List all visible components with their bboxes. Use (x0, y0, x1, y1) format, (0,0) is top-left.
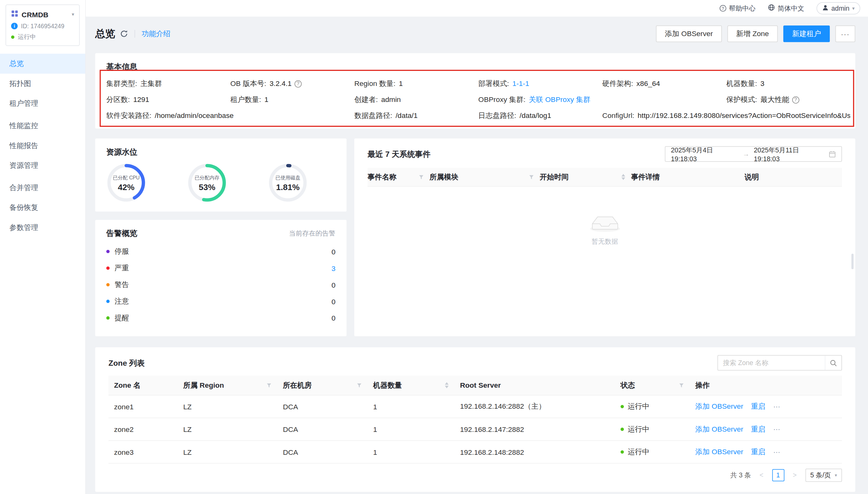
sidebar-item-parameters[interactable]: 参数管理 (0, 218, 85, 238)
alert-row-critical[interactable]: 严重3 (106, 260, 335, 276)
cluster-icon (11, 10, 18, 19)
row-more-icon[interactable]: ⋯ (773, 402, 781, 411)
zone-row: zone1 LZ DCA 1 192.168.2.146:2882（主） 运行中… (108, 396, 842, 418)
cell-status: 运行中 (615, 396, 690, 418)
add-observer-link[interactable]: 添加 OBServer (695, 447, 743, 457)
field-tenant-count: 租户数量:1 (231, 95, 355, 105)
help-icon[interactable]: ? (294, 80, 301, 87)
add-zone-button[interactable]: 新增 Zone (727, 25, 778, 42)
new-tenant-button[interactable]: 新建租户 (783, 25, 830, 42)
field-config-url: ConfigUrl:http://192.168.2.149:8080/serv… (602, 111, 850, 121)
more-actions-button[interactable]: ··· (835, 25, 855, 42)
alert-row-attention[interactable]: 注意0 (106, 293, 335, 309)
field-cluster-type: 集群类型:主集群 (106, 79, 231, 89)
alert-row-stopped[interactable]: 停服0 (106, 243, 335, 260)
cluster-selector[interactable]: CRMDB ▾ i ID: 1746954249 运行中 (6, 4, 80, 46)
filter-icon (418, 174, 424, 180)
user-icon (822, 4, 829, 12)
filter-icon (679, 382, 684, 388)
feature-intro-link[interactable]: 功能介绍 (142, 29, 171, 39)
user-menu[interactable]: admin ▾ (816, 2, 860, 15)
cluster-status: 运行中 (18, 33, 36, 41)
chevron-down-icon[interactable]: ▾ (72, 12, 74, 17)
alert-row-reminder[interactable]: 提醒0 (106, 309, 335, 326)
col-description: 说明 (745, 168, 842, 186)
col-root-server: Root Server (455, 376, 615, 395)
sidebar-item-perf-report[interactable]: 性能报告 (0, 136, 85, 156)
row-more-icon[interactable]: ⋯ (773, 448, 781, 456)
language-switch[interactable]: 简体中文 (768, 3, 804, 13)
restart-link[interactable]: 重启 (751, 447, 766, 457)
events-card: 最近 7 天系统事件 2025年5月4日 19:18:03 → 2025年5月1… (354, 138, 855, 336)
zone-table-header: Zone 名 所属 Region 所在机房 机器数量 (108, 376, 842, 396)
col-server-count[interactable]: 机器数量 (368, 376, 455, 395)
zone-search-input[interactable] (718, 359, 825, 367)
refresh-icon[interactable] (120, 30, 128, 38)
severity-dot (106, 300, 110, 303)
sidebar-item-merge[interactable]: 合并管理 (0, 178, 85, 198)
cell-status: 运行中 (615, 418, 690, 440)
basic-info-title: 基本信息 (106, 61, 850, 72)
gauge-disk: 已使用磁盘1.81% (268, 163, 308, 203)
col-status[interactable]: 状态 (615, 376, 690, 395)
col-idc[interactable]: 所在机房 (277, 376, 368, 395)
field-creator: 创建者:admin (354, 95, 478, 105)
col-region[interactable]: 所属 Region (178, 376, 277, 395)
total-count: 共 3 条 (730, 471, 751, 480)
sidebar-item-topology[interactable]: 拓扑图 (0, 74, 85, 94)
sidebar-item-overview[interactable]: 总览 (0, 54, 85, 74)
sidebar-item-backup[interactable]: 备份恢复 (0, 197, 85, 218)
help-center-link[interactable]: ? 帮助中心 (719, 3, 755, 13)
sidebar-item-tenants[interactable]: 租户管理 (0, 93, 85, 114)
alerts-card: 告警概览 当前存在的告警 停服0 严重3 (95, 220, 347, 336)
arrow-right-icon: → (743, 150, 749, 158)
col-actions: 操作 (690, 376, 842, 395)
col-zone-name: Zone 名 (108, 376, 178, 395)
deploy-mode-link[interactable]: 1-1-1 (513, 79, 530, 89)
zone-row: zone2 LZ DCA 1 192.168.2.147:2882 运行中 添加… (108, 418, 842, 441)
cluster-id: ID: 1746954249 (21, 23, 64, 29)
page-title: 总览 (95, 27, 115, 40)
page-header: 总览 功能介绍 添加 OBServer 新增 Zone 新建租户 ··· (95, 25, 855, 42)
next-page-button[interactable]: > (789, 469, 801, 481)
sidebar-item-resources[interactable]: 资源管理 (0, 156, 85, 176)
cell-root-server: 192.168.2.147:2882 (455, 418, 615, 440)
field-data-path: 数据盘路径:/data/1 (354, 111, 478, 121)
resource-title: 资源水位 (106, 146, 335, 157)
cell-server-count: 1 (368, 396, 455, 418)
cluster-name: CRMDB (22, 11, 68, 19)
help-icon[interactable]: ? (792, 96, 799, 103)
restart-link[interactable]: 重启 (751, 424, 766, 434)
range-start: 2025年5月4日 19:18:03 (671, 146, 738, 163)
date-range-picker[interactable]: 2025年5月4日 19:18:03 → 2025年5月11日 19:18:03 (665, 146, 842, 162)
gauge-memory: 已分配内存53% (187, 163, 227, 203)
field-log-path: 日志盘路径:/data/log1 (478, 111, 603, 121)
col-event-name[interactable]: 事件名称 (368, 168, 430, 186)
status-dot (11, 35, 15, 39)
add-observer-link[interactable]: 添加 OBServer (695, 401, 743, 412)
cell-idc: DCA (277, 396, 368, 418)
cell-root-server: 192.168.2.146:2882（主） (455, 396, 615, 418)
cell-root-server: 192.168.2.148:2882 (455, 441, 615, 463)
sidebar-menu: 总览 拓扑图 租户管理 性能监控 性能报告 资源管理 合并管理 备份恢复 参数管… (0, 54, 85, 238)
page-number-1[interactable]: 1 (772, 469, 784, 481)
app-window: CRMDB ▾ i ID: 1746954249 运行中 总览 拓扑图 租户管理… (0, 0, 868, 494)
alert-row-warning[interactable]: 警告0 (106, 276, 335, 293)
add-observer-button[interactable]: 添加 OBServer (656, 25, 722, 42)
col-module[interactable]: 所属模块 (430, 168, 539, 186)
prev-page-button[interactable]: < (755, 469, 768, 481)
col-start-time[interactable]: 开始时间 (540, 168, 631, 186)
search-icon[interactable] (825, 356, 841, 370)
zone-list-title: Zone 列表 (108, 357, 144, 368)
add-observer-link[interactable]: 添加 OBServer (695, 424, 743, 434)
page-size-select[interactable]: 5 条/页 ▾ (805, 469, 842, 482)
status-dot (621, 405, 624, 408)
alerts-note: 当前存在的告警 (289, 228, 335, 238)
row-more-icon[interactable]: ⋯ (773, 425, 781, 433)
obproxy-link[interactable]: 关联 OBProxy 集群 (529, 95, 590, 105)
scrollbar-thumb[interactable] (851, 254, 853, 269)
restart-link[interactable]: 重启 (751, 401, 766, 412)
sidebar-item-perf-monitor[interactable]: 性能监控 (0, 116, 85, 136)
main-content: 总览 功能介绍 添加 OBServer 新增 Zone 新建租户 ··· 基本信… (86, 17, 868, 494)
sidebar: CRMDB ▾ i ID: 1746954249 运行中 总览 拓扑图 租户管理… (0, 0, 86, 494)
